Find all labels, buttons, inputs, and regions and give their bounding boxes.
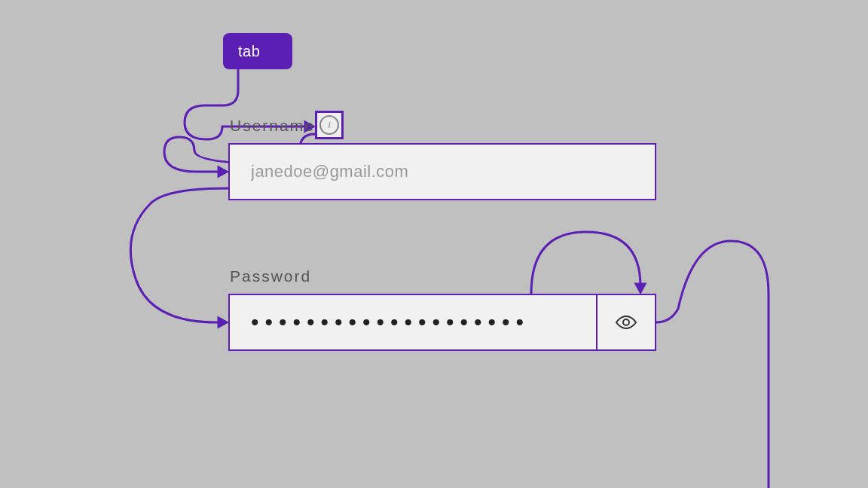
- info-icon: i: [319, 115, 339, 135]
- svg-point-0: [623, 319, 629, 325]
- tab-key-pill: tab: [223, 33, 292, 69]
- username-info-tooltip[interactable]: i: [315, 111, 344, 139]
- tab-flow-arrows: [0, 0, 868, 488]
- tab-key-label: tab: [238, 43, 260, 60]
- password-input[interactable]: ••••••••••••••••••••: [230, 311, 596, 334]
- password-label: Password: [230, 267, 311, 285]
- username-input[interactable]: [230, 162, 655, 181]
- diagram-stage: { "tab_key": { "label": "tab" }, "userna…: [0, 0, 868, 488]
- eye-icon: [615, 314, 637, 331]
- password-field[interactable]: ••••••••••••••••••••: [228, 294, 656, 351]
- username-label: Username: [230, 117, 315, 135]
- username-field[interactable]: [228, 143, 656, 200]
- show-password-button[interactable]: [596, 295, 655, 349]
